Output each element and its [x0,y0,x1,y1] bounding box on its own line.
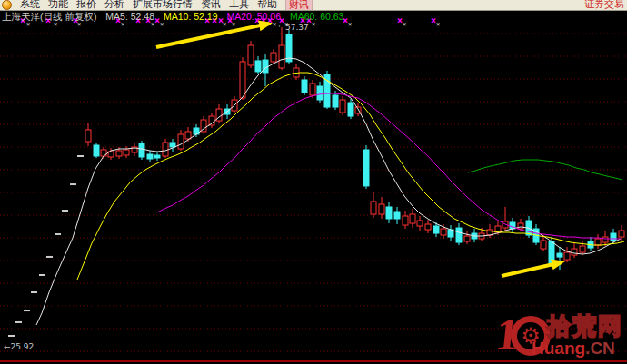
candle-up [464,236,470,241]
candle-up [417,221,423,226]
candle-up [441,229,446,235]
candle-down [549,241,554,264]
candle-down [139,143,144,157]
candle-down [433,226,439,233]
kline-chart-svg[interactable]: ××××××××××××××××××××××××××××××××××⌐57.37… [0,0,627,364]
price-label: 57.37 [285,23,309,32]
candle-up [340,100,345,113]
candle-down [386,207,392,219]
ma60-value: MA60: 60.63 [290,11,344,22]
candle-up [116,151,122,156]
signal-marker-white: × [232,21,235,28]
candle-up [572,249,577,255]
signal-marker-white: × [121,21,124,28]
signal-marker-white: × [160,21,164,28]
chart-title-bar: 上海天洋(日线 前复权) MA5: 52.48 MA10: 52.19 MA20… [2,11,350,22]
signal-marker-white: × [77,21,81,28]
watermark-site-name-en: Huang.CN [532,339,615,359]
candle-down [170,143,175,147]
candle-up [248,45,254,65]
candle-down [363,150,369,186]
candle-up [85,130,91,142]
tdx-app-window: 系统 功能 报价 分析 扩展市场行情 资讯 工具 帮助 财讯 证券交易 上海天洋… [0,0,627,364]
candle-down [94,145,99,156]
candle-up [410,214,415,223]
signal-marker-white: × [54,21,57,28]
signal-marker-white: × [403,21,406,28]
candle-up [185,132,191,139]
candle-up [240,62,245,98]
candle-down [154,155,160,158]
candle-up [595,239,601,245]
candle-up [279,45,284,68]
price-label: ←25.92 [4,342,34,351]
ma5-value: MA5: 52.48 [105,11,154,22]
candle-up [379,204,384,214]
candle-up [271,53,276,62]
candle-down [611,233,616,241]
signal-marker-white: × [348,21,352,28]
candle-down [263,60,268,73]
ma10-value: MA10: 52.19 [164,11,218,22]
signal-marker-white: × [223,21,226,28]
candle-down [302,80,307,93]
signal-marker-white: × [273,21,276,28]
candle-up [178,134,184,149]
candle-down [286,34,292,62]
candle-up [403,216,408,225]
kline-chart-panel[interactable]: 上海天洋(日线 前复权) MA5: 52.48 MA10: 52.19 MA20… [0,11,627,364]
candle-up [518,223,523,229]
peak-arrow [156,24,269,47]
candle-up [124,150,129,155]
candle-up [425,224,431,230]
candle-down [557,253,562,257]
signal-marker-white: × [151,21,154,28]
candle-down [317,86,323,100]
candle-up [371,202,376,214]
candle-down [255,61,261,72]
candle-up [163,143,168,156]
watermark-site-name-cn: 拾荒网 [547,312,623,339]
candle-up [541,241,546,249]
stock-title: 上海天洋(日线 前复权) [2,11,96,22]
candle-up [602,237,608,242]
candle-down [456,228,462,242]
candle-down [348,103,353,116]
candle-down [333,95,338,107]
candle-up [619,231,624,237]
signal-marker-white: × [312,21,315,28]
candle-up [310,84,315,95]
candle-up [580,246,585,252]
candle-down [147,154,153,159]
candle-up [564,252,570,260]
watermark: 1 ⚙ 拾荒网 Huang.CN [496,314,627,361]
price-label: ⌐ [278,22,284,30]
signal-marker-white: × [26,21,30,28]
bottom-arrow [502,262,562,276]
candle-down [394,212,400,219]
ma20-value: MA20: 50.06 [226,11,281,22]
signal-marker-white: × [436,21,440,28]
